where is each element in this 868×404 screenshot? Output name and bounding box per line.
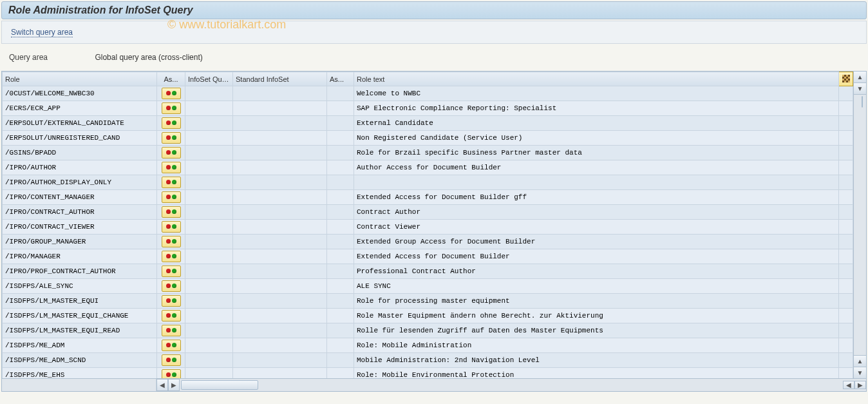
role-text-cell[interactable]: Extended Group Access for Document Build…	[354, 235, 839, 249]
standard-infoset-cell[interactable]	[233, 101, 327, 116]
infoset-query-cell[interactable]	[185, 353, 233, 368]
role-cell[interactable]: /IPRO/AUTHOR	[3, 160, 157, 175]
table-row[interactable]: /IPRO/MANAGERExtended Access for Documen…	[3, 249, 853, 264]
assign-infoset-icon[interactable]	[162, 162, 181, 173]
hscroll-left2[interactable]: ◀	[843, 381, 854, 389]
role-cell[interactable]: /ISDFPS/ME_EHS	[3, 368, 157, 379]
scroll-thumb[interactable]	[862, 96, 863, 108]
infoset-query-cell[interactable]	[185, 205, 233, 220]
assign-infoset-icon[interactable]	[162, 88, 181, 99]
table-row[interactable]: /IPRO/CONTENT_MANAGERExtended Access for…	[3, 190, 853, 205]
infoset-query-cell[interactable]	[185, 116, 233, 131]
assign-infoset-icon[interactable]	[162, 117, 181, 129]
assign-infoset-icon[interactable]	[162, 295, 181, 307]
role-cell[interactable]: /ERPSOLUT/UNREGISTERED_CAND	[3, 131, 157, 146]
role-cell[interactable]: /ISDFPS/LM_MASTER_EQUI	[3, 294, 157, 309]
col-infoset-query[interactable]: InfoSet Quer...	[185, 72, 233, 86]
assign2-cell[interactable]	[327, 175, 354, 190]
role-cell[interactable]: /ERPSOLUT/EXTERNAL_CANDIDATE	[3, 116, 157, 131]
role-cell[interactable]: /ISDFPS/LM_MASTER_EQUI_READ	[3, 323, 157, 338]
role-cell[interactable]: /ECRS/ECR_APP	[3, 101, 157, 116]
assign-infoset-icon[interactable]	[162, 206, 181, 218]
infoset-query-cell[interactable]	[185, 175, 233, 190]
assign-infoset-icon[interactable]	[162, 251, 181, 262]
infoset-query-cell[interactable]	[185, 190, 233, 205]
assign-infoset-icon[interactable]	[162, 354, 181, 366]
infoset-query-cell[interactable]	[185, 235, 233, 249]
role-cell[interactable]: /ISDFPS/ME_ADM_SCND	[3, 353, 157, 368]
col-standard-infoset[interactable]: Standard InfoSet	[233, 72, 327, 86]
switch-query-area-link[interactable]: Switch query area	[11, 28, 73, 37]
standard-infoset-cell[interactable]	[233, 190, 327, 205]
infoset-query-cell[interactable]	[185, 146, 233, 160]
assign2-cell[interactable]	[327, 249, 354, 264]
infoset-query-cell[interactable]	[185, 264, 233, 279]
role-cell[interactable]: /IPRO/CONTRACT_AUTHOR	[3, 205, 157, 220]
role-text-cell[interactable]: ALE SYNC	[354, 279, 839, 294]
standard-infoset-cell[interactable]	[233, 323, 327, 338]
role-cell[interactable]: /ISDFPS/ALE_SYNC	[3, 279, 157, 294]
table-row[interactable]: /ISDFPS/LM_MASTER_EQUIRole for processin…	[3, 294, 853, 309]
standard-infoset-cell[interactable]	[233, 368, 327, 379]
standard-infoset-cell[interactable]	[233, 146, 327, 160]
table-row[interactable]: /IPRO/CONTRACT_AUTHORContract Author	[3, 205, 853, 220]
role-cell[interactable]: /IPRO/MANAGER	[3, 249, 157, 264]
role-cell[interactable]: /IPRO/CONTENT_MANAGER	[3, 190, 157, 205]
col-role[interactable]: Role	[3, 72, 157, 86]
standard-infoset-cell[interactable]	[233, 264, 327, 279]
assign-infoset-icon[interactable]	[162, 325, 181, 336]
assign-infoset-icon[interactable]	[162, 340, 181, 351]
assign-infoset-icon[interactable]	[162, 280, 181, 292]
assign-infoset-icon[interactable]	[162, 191, 181, 203]
table-row[interactable]: /ISDFPS/ME_ADMRole: Mobile Administratio…	[3, 338, 853, 353]
role-text-cell[interactable]: Contract Viewer	[354, 220, 839, 235]
assign2-cell[interactable]	[327, 294, 354, 309]
horizontal-scrollbar[interactable]: ◀ ▶ ◀ ▶	[2, 378, 866, 391]
role-text-cell[interactable]: Non Registered Candidate (Service User)	[354, 131, 839, 146]
assign-infoset-icon[interactable]	[162, 132, 181, 144]
assign-infoset-icon[interactable]	[162, 147, 181, 159]
assign-infoset-icon[interactable]	[162, 265, 181, 277]
assign2-cell[interactable]	[327, 131, 354, 146]
role-text-cell[interactable]: Role Master Equipment ändern ohne Berech…	[354, 309, 839, 323]
table-row[interactable]: /ISDFPS/ALE_SYNCALE SYNC	[3, 279, 853, 294]
role-text-cell[interactable]	[354, 175, 839, 190]
table-row[interactable]: /GSINS/BPADDRole for Brzail specific Bus…	[3, 146, 853, 160]
assign2-cell[interactable]	[327, 338, 354, 353]
standard-infoset-cell[interactable]	[233, 175, 327, 190]
infoset-query-cell[interactable]	[185, 294, 233, 309]
assign-infoset-icon[interactable]	[162, 221, 181, 233]
table-row[interactable]: /ERPSOLUT/UNREGISTERED_CANDNon Registere…	[3, 131, 853, 146]
assign2-cell[interactable]	[327, 86, 354, 101]
role-cell[interactable]: /IPRO/AUTHOR_DISPLAY_ONLY	[3, 175, 157, 190]
scroll-up-arrow[interactable]: ▲	[854, 72, 866, 83]
assign2-cell[interactable]	[327, 235, 354, 249]
table-row[interactable]: /IPRO/GROUP_MANAGERExtended Group Access…	[3, 235, 853, 249]
col-assign[interactable]: As...	[157, 72, 185, 86]
assign2-cell[interactable]	[327, 160, 354, 175]
role-cell[interactable]: /IPRO/GROUP_MANAGER	[3, 235, 157, 249]
infoset-query-cell[interactable]	[185, 131, 233, 146]
role-cell[interactable]: /IPRO/CONTRACT_VIEWER	[3, 220, 157, 235]
role-text-cell[interactable]: External Candidate	[354, 116, 839, 131]
col-role-text[interactable]: Role text	[354, 72, 839, 86]
role-cell[interactable]: /ISDFPS/LM_MASTER_EQUI_CHANGE	[3, 309, 157, 323]
hscroll-track[interactable]	[180, 379, 843, 391]
role-text-cell[interactable]: Role: Mobile Administration	[354, 338, 839, 353]
infoset-query-cell[interactable]	[185, 249, 233, 264]
assign2-cell[interactable]	[327, 353, 354, 368]
standard-infoset-cell[interactable]	[233, 249, 327, 264]
infoset-query-cell[interactable]	[185, 220, 233, 235]
scroll-down-arrow[interactable]: ▼	[854, 367, 866, 378]
table-row[interactable]: /ISDFPS/ME_EHSRole: Mobile Environmental…	[3, 368, 853, 379]
role-text-cell[interactable]: Extended Access for Document Builder	[354, 249, 839, 264]
assign-infoset-icon[interactable]	[162, 177, 181, 188]
assign-infoset-icon[interactable]	[162, 369, 181, 378]
standard-infoset-cell[interactable]	[233, 309, 327, 323]
role-text-cell[interactable]: Mobile Administration: 2nd Navigation Le…	[354, 353, 839, 368]
hscroll-left[interactable]: ◀	[156, 379, 168, 391]
hscroll-right2[interactable]: ▶	[854, 381, 866, 389]
role-text-cell[interactable]: SAP Electronic Compliance Reporting: Spe…	[354, 101, 839, 116]
infoset-query-cell[interactable]	[185, 309, 233, 323]
role-text-cell[interactable]: Welcome to NWBC	[354, 86, 839, 101]
